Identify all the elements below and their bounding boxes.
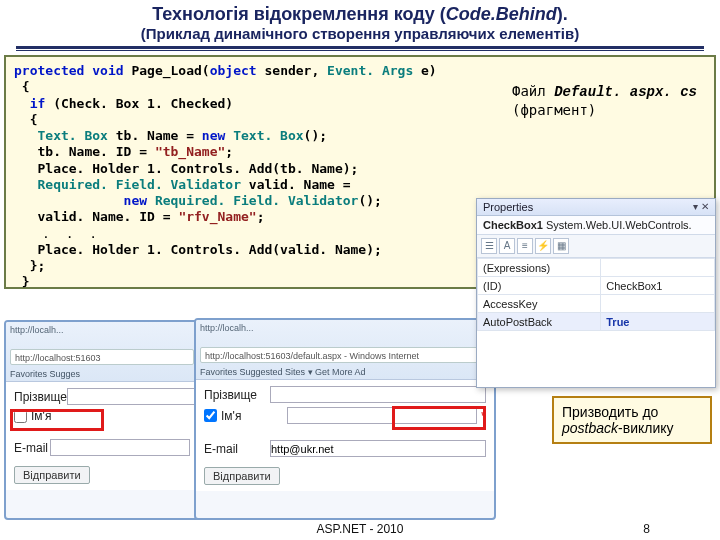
slide-title: Технологія відокремлення коду (Code.Behi…: [0, 0, 720, 25]
label-surname: Прізвище: [204, 388, 270, 402]
label-email: E-mail: [204, 442, 270, 456]
slide-subtitle: (Приклад динамічного створення управляюч…: [0, 25, 720, 46]
page-body: Прізвище Ім'я* E-mail Відправити: [196, 380, 494, 491]
label-name: Ім'я: [221, 409, 287, 423]
title-codebehind: Code.Behind: [446, 4, 557, 24]
title-post: ).: [557, 4, 568, 24]
properties-panel: Properties ▾ ✕ CheckBox1 System.Web.UI.W…: [476, 198, 716, 388]
properties-object-name: CheckBox1: [483, 219, 543, 231]
browser-chrome: http://localh... http://localhost:51603/…: [196, 320, 494, 380]
slide-number: 8: [643, 522, 650, 536]
footer-label: ASP.NET - 2010: [0, 522, 720, 536]
panel-buttons-icon[interactable]: ▾ ✕: [693, 201, 709, 212]
submit-button[interactable]: Відправити: [204, 467, 280, 485]
label-email: E-mail: [14, 441, 50, 455]
callout-postback: Призводить до postback-виклику: [552, 396, 712, 444]
page-body: Прізвище Ім'я E-mail Відправити: [6, 382, 198, 490]
prop-row-autopostback: AutoPostBackTrue: [478, 313, 715, 331]
properties-title: Properties: [483, 201, 533, 213]
file-badge: Файл Default. aspx. cs (фрагмент): [512, 83, 704, 119]
rule-thin: [16, 50, 704, 51]
name-checkbox[interactable]: [204, 409, 217, 422]
pages-icon[interactable]: ▦: [553, 238, 569, 254]
properties-object[interactable]: CheckBox1 System.Web.UI.WebControls.: [477, 216, 715, 235]
prop-row: (Expressions): [478, 259, 715, 277]
categorize-icon[interactable]: ☰: [481, 238, 497, 254]
callout-postback-italic: postback: [562, 420, 618, 436]
browser-window-checked: http://localh... http://localhost:51603/…: [194, 318, 496, 520]
surname-field[interactable]: [270, 386, 486, 403]
label-name: Ім'я: [31, 409, 97, 423]
rule-thick: [16, 46, 704, 49]
browser-chrome: http://localh... http://localhost:51603 …: [6, 322, 198, 382]
properties-grid: (Expressions) (ID)CheckBox1 AccessKey Au…: [477, 258, 715, 331]
address-bar[interactable]: http://localhost:51603: [10, 349, 194, 365]
browser-tab[interactable]: http://localh...: [200, 323, 490, 333]
surname-field[interactable]: [67, 388, 200, 405]
properties-toolbar: ☰ A ≡ ⚡ ▦: [477, 235, 715, 258]
title-pre: Технологія відокремлення коду (: [152, 4, 446, 24]
props-icon[interactable]: ≡: [517, 238, 533, 254]
file-fragment: (фрагмент): [512, 102, 596, 118]
name-field[interactable]: [287, 407, 477, 424]
prop-row: AccessKey: [478, 295, 715, 313]
toolbar-row: Favorites Suggested Sites ▾ Get More Ad: [200, 367, 490, 377]
browser-window-unchecked: http://localh... http://localhost:51603 …: [4, 320, 200, 520]
events-icon[interactable]: ⚡: [535, 238, 551, 254]
alpha-icon[interactable]: A: [499, 238, 515, 254]
email-field[interactable]: [270, 440, 486, 457]
browser-tab[interactable]: http://localh...: [10, 325, 194, 335]
email-field[interactable]: [50, 439, 190, 456]
properties-object-type: System.Web.UI.WebControls.: [543, 219, 692, 231]
label-surname: Прізвище: [14, 390, 67, 404]
callout-line2: -виклику: [618, 420, 673, 436]
properties-titlebar: Properties ▾ ✕: [477, 199, 715, 216]
validator-star: *: [481, 409, 486, 423]
file-name: Default. aspx. cs: [554, 84, 697, 100]
address-bar[interactable]: http://localhost:51603/default.aspx - Wi…: [200, 347, 490, 363]
browser-windows: http://localh... http://localhost:51603 …: [4, 318, 509, 522]
name-checkbox[interactable]: [14, 410, 27, 423]
prop-row: (ID)CheckBox1: [478, 277, 715, 295]
toolbar-row: Favorites Sugges: [10, 369, 194, 379]
submit-button[interactable]: Відправити: [14, 466, 90, 484]
callout-line1: Призводить до: [562, 404, 658, 420]
